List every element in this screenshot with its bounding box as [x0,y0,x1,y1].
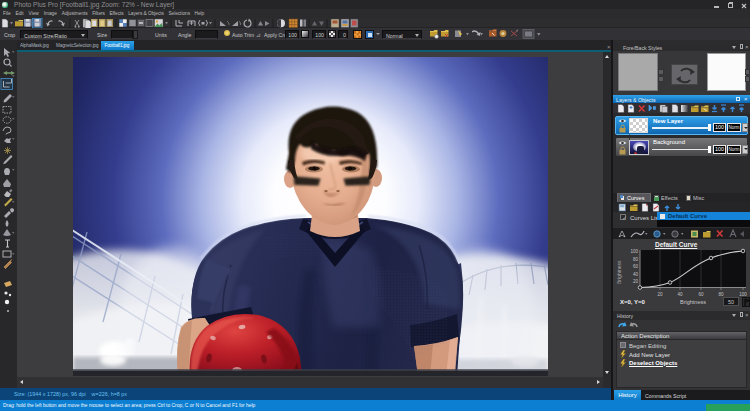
svg-text:80: 80 [633,257,639,262]
svg-text:Brightness: Brightness [616,260,622,284]
svg-text:40: 40 [677,292,683,297]
svg-text:20: 20 [657,292,663,297]
svg-text:Brightness: Brightness [680,299,706,305]
svg-text:60: 60 [698,292,704,297]
svg-text:40: 40 [633,272,639,277]
svg-text:100: 100 [630,249,638,254]
svg-text:20: 20 [633,279,639,284]
svg-text:60: 60 [633,264,639,269]
